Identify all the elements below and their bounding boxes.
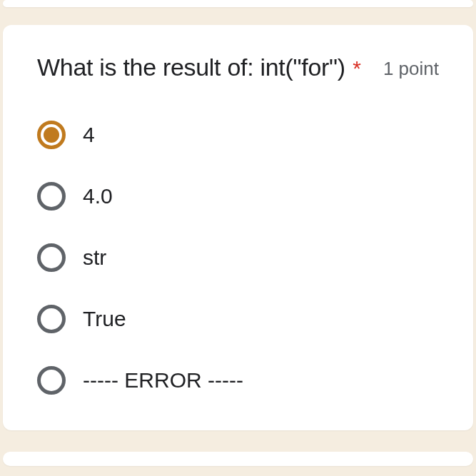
radio-icon <box>37 366 66 395</box>
question-title-wrap: What is the result of: int("for") * <box>37 54 361 81</box>
question-title: What is the result of: int("for") <box>37 54 345 81</box>
radio-icon <box>37 182 66 211</box>
question-card: What is the result of: int("for") * 1 po… <box>3 25 473 430</box>
radio-icon <box>37 121 66 149</box>
option-label: str <box>83 245 106 270</box>
radio-icon <box>37 305 66 333</box>
radio-option-0[interactable]: 4 <box>37 121 439 149</box>
next-card-edge <box>3 452 473 466</box>
question-points: 1 point <box>383 58 439 80</box>
option-label: 4 <box>83 123 95 147</box>
options-group: 4 4.0 str True ----- ERROR ----- <box>37 121 439 395</box>
radio-option-4[interactable]: ----- ERROR ----- <box>37 366 439 395</box>
option-label: True <box>83 307 126 331</box>
question-header: What is the result of: int("for") * 1 po… <box>37 54 439 81</box>
radio-option-3[interactable]: True <box>37 305 439 333</box>
radio-option-1[interactable]: 4.0 <box>37 182 439 211</box>
option-label: ----- ERROR ----- <box>83 368 243 393</box>
previous-card-edge <box>3 0 473 7</box>
radio-icon <box>37 243 66 272</box>
option-label: 4.0 <box>83 184 113 208</box>
required-indicator: * <box>353 56 361 80</box>
radio-option-2[interactable]: str <box>37 243 439 272</box>
